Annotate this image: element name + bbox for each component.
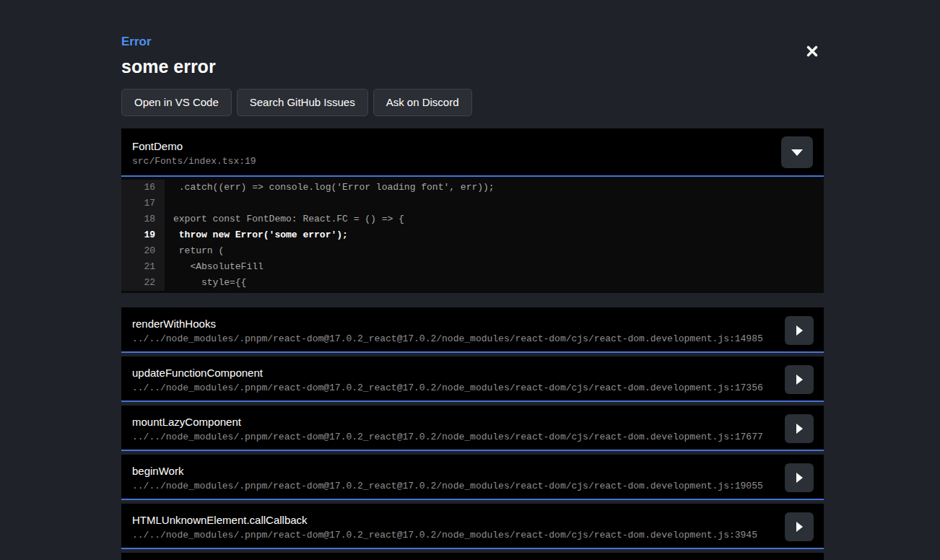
code-block: 16 .catch((err) => console.log('Error lo… <box>121 177 824 293</box>
code-text: return ( <box>165 243 224 259</box>
line-number: 20 <box>121 243 165 259</box>
code-frame-header: FontDemo src/Fonts/index.tsx:19 <box>121 128 824 177</box>
line-number: 21 <box>121 259 165 275</box>
code-line: 20 return ( <box>121 243 824 259</box>
stack-frame-row: beginWork ../../node_modules/.pnpm/react… <box>121 455 824 500</box>
expand-stack-frame-button[interactable] <box>785 512 814 541</box>
frame-location: ../../node_modules/.pnpm/react-dom@17.0.… <box>132 333 773 344</box>
code-text: throw new Error('some error'); <box>165 227 348 243</box>
line-number: 17 <box>121 196 165 211</box>
code-text <box>165 196 173 211</box>
error-overlay: Error some error Open in VS Code Search … <box>0 0 940 560</box>
frame-location: ../../node_modules/.pnpm/react-dom@17.0.… <box>132 382 773 393</box>
action-buttons-row: Open in VS Code Search GitHub Issues Ask… <box>121 89 824 116</box>
code-line: 17 <box>121 196 824 211</box>
chevron-right-icon <box>796 325 803 336</box>
frame-function-name: HTMLUnknownElement.callCallback <box>132 514 773 526</box>
stack-frame-row: mountLazyComponent ../../node_modules/.p… <box>121 406 824 451</box>
ask-on-discord-button[interactable]: Ask on Discord <box>373 89 472 116</box>
code-text: export const FontDemo: React.FC = () => … <box>165 211 404 227</box>
stack-frame-row: HTMLUnknownElement.callCallback ../../no… <box>121 504 824 549</box>
frame-function-name: beginWork <box>132 465 773 477</box>
frame-location: ../../node_modules/.pnpm/react-dom@17.0.… <box>132 432 773 442</box>
code-line-highlighted: 19 throw new Error('some error'); <box>121 227 824 243</box>
search-github-issues-button[interactable]: Search GitHub Issues <box>237 89 368 116</box>
frame-function-name: updateFunctionComponent <box>132 367 773 379</box>
code-line: 18export const FontDemo: React.FC = () =… <box>121 211 824 227</box>
chevron-right-icon <box>796 473 803 483</box>
code-line: 16 .catch((err) => console.log('Error lo… <box>121 180 824 196</box>
code-line: 21 <AbsoluteFill <box>121 259 824 275</box>
expand-stack-frame-button[interactable] <box>785 316 814 345</box>
stack-frame-row: renderWithHooks ../../node_modules/.pnpm… <box>121 307 824 353</box>
open-in-vs-code-button[interactable]: Open in VS Code <box>121 89 232 116</box>
code-text: style={{ <box>165 275 246 291</box>
stack-frame-row-partial <box>121 553 824 560</box>
error-type-label: Error <box>121 35 824 49</box>
frame-function-name: FontDemo <box>132 140 812 153</box>
chevron-down-icon <box>791 149 803 156</box>
code-text: .catch((err) => console.log('Error loadi… <box>165 180 495 196</box>
frame-location: ../../node_modules/.pnpm/react-dom@17.0.… <box>132 530 773 541</box>
stack-frame-row: updateFunctionComponent ../../node_modul… <box>121 356 824 402</box>
line-number: 22 <box>121 275 165 291</box>
error-message: some error <box>121 56 824 77</box>
code-line: 22 style={{ <box>121 275 824 291</box>
frame-function-name: mountLazyComponent <box>132 416 773 428</box>
expand-stack-frame-button[interactable] <box>785 365 814 394</box>
chevron-right-icon <box>796 522 803 532</box>
stack-frame-list: renderWithHooks ../../node_modules/.pnpm… <box>121 307 824 560</box>
code-text: <AbsoluteFill <box>165 259 264 275</box>
collapse-code-frame-button[interactable] <box>781 136 813 168</box>
error-overlay-content: Error some error Open in VS Code Search … <box>121 0 824 560</box>
expand-stack-frame-button[interactable] <box>785 414 814 443</box>
frame-location: ../../node_modules/.pnpm/react-dom@17.0.… <box>132 481 773 491</box>
code-frame-card: FontDemo src/Fonts/index.tsx:19 16 .catc… <box>121 128 824 293</box>
frame-location: src/Fonts/index.tsx:19 <box>132 156 812 167</box>
chevron-right-icon <box>796 375 803 385</box>
frame-function-name: renderWithHooks <box>132 318 773 330</box>
line-number: 19 <box>121 227 165 243</box>
line-number: 16 <box>121 180 165 196</box>
expand-stack-frame-button[interactable] <box>785 463 814 492</box>
chevron-right-icon <box>796 424 803 434</box>
line-number: 18 <box>121 211 165 227</box>
